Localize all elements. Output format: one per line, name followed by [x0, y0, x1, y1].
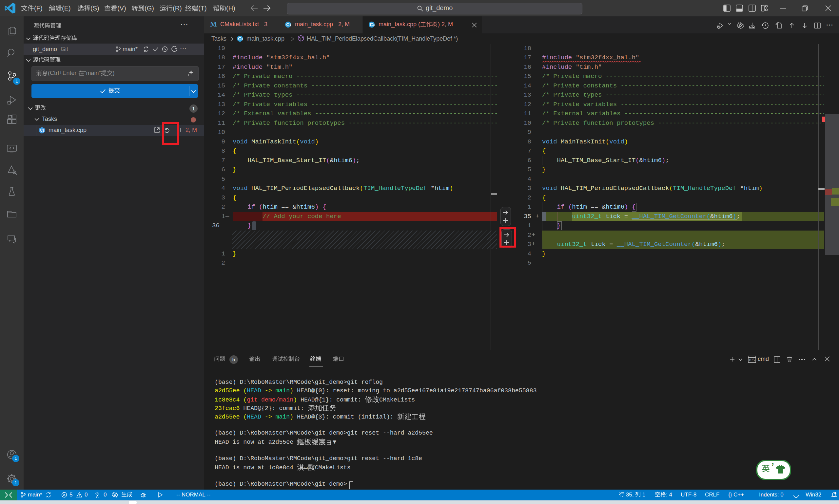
svg-text:C:\: C:\ — [749, 359, 755, 362]
